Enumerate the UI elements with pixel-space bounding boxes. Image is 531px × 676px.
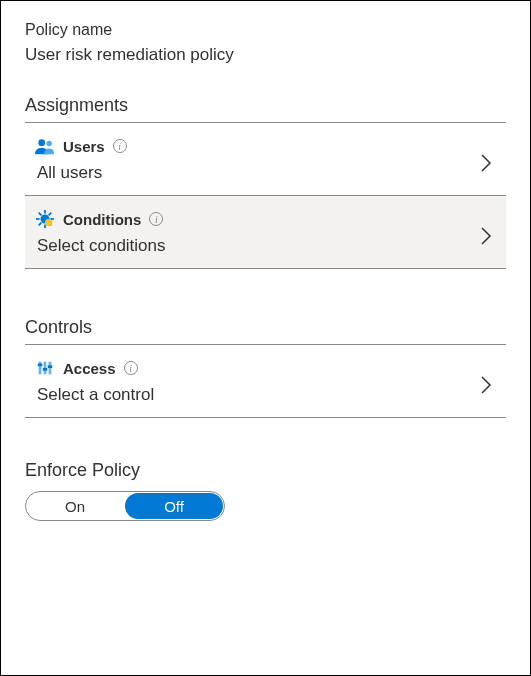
chevron-right-icon xyxy=(480,375,496,401)
conditions-row[interactable]: Conditions i Select conditions xyxy=(25,196,506,268)
assignments-header: Assignments xyxy=(25,95,506,123)
access-icon xyxy=(35,359,55,377)
conditions-title: Conditions xyxy=(63,211,141,228)
users-row[interactable]: Users i All users xyxy=(25,123,506,195)
users-icon xyxy=(35,137,55,155)
svg-line-7 xyxy=(39,213,42,216)
access-title: Access xyxy=(63,360,116,377)
access-row[interactable]: Access i Select a control xyxy=(25,345,506,417)
users-title: Users xyxy=(63,138,105,155)
conditions-subtitle: Select conditions xyxy=(35,228,480,268)
svg-rect-16 xyxy=(43,368,48,371)
svg-line-9 xyxy=(39,223,42,226)
policy-name-value: User risk remediation policy xyxy=(25,45,506,65)
info-icon[interactable]: i xyxy=(113,139,127,153)
svg-point-11 xyxy=(45,219,52,226)
enforce-policy-title: Enforce Policy xyxy=(25,460,506,481)
users-subtitle: All users xyxy=(35,155,480,195)
svg-rect-17 xyxy=(48,365,53,368)
policy-name-label: Policy name xyxy=(25,21,506,39)
svg-rect-15 xyxy=(38,364,43,367)
chevron-right-icon xyxy=(480,153,496,179)
toggle-off-option[interactable]: Off xyxy=(125,493,223,519)
access-subtitle: Select a control xyxy=(35,377,480,417)
info-icon[interactable]: i xyxy=(124,361,138,375)
svg-line-10 xyxy=(49,213,52,216)
info-icon[interactable]: i xyxy=(149,212,163,226)
toggle-on-option[interactable]: On xyxy=(26,492,124,520)
svg-point-0 xyxy=(38,139,45,146)
svg-point-1 xyxy=(47,141,52,146)
enforce-policy-toggle[interactable]: On Off xyxy=(25,491,225,521)
chevron-right-icon xyxy=(480,226,496,252)
conditions-icon xyxy=(35,210,55,228)
controls-header: Controls xyxy=(25,317,506,345)
